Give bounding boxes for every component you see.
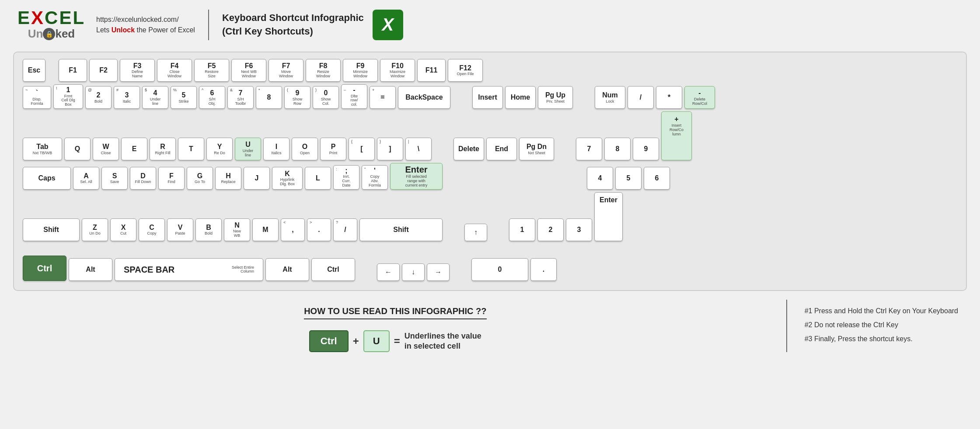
key-ctrl-right: Ctrl — [311, 258, 355, 281]
how-to-demo: Ctrl + U = Underlines the valuein select… — [26, 330, 764, 352]
key-w: W Close — [93, 138, 119, 160]
key-f1: F1 — [59, 59, 87, 82]
key-h: H Replace — [215, 167, 241, 190]
key-lbracket: { [ — [349, 138, 375, 160]
number-row: ~ ` Disp.Formla ! 1 FrmtCell DlgBox @ 2 … — [23, 84, 957, 109]
key-z: Z Un Do — [82, 218, 108, 241]
lock-icon: 🔒 — [43, 28, 55, 40]
key-home: Home — [505, 86, 536, 109]
key-pgdn: Pg Dn Nxt Sheet — [519, 138, 554, 160]
key-f10: F10 MaxmizeWindow — [380, 59, 415, 82]
asdf-row: Caps A Sel. All S Save D Fill Down F Fin… — [23, 163, 957, 190]
bottom-section: HOW TO USE READ THIS INFOGRAPHIC ?? Ctrl… — [9, 300, 971, 359]
key-0: ) 0 ShowCol. — [313, 86, 339, 109]
key-np-3: 3 — [566, 218, 592, 241]
header-divider — [208, 10, 209, 40]
key-arrow-right: → — [427, 263, 450, 281]
key-7: & 7 S/HToolbr — [227, 86, 254, 109]
demo-plus: + — [353, 335, 359, 347]
key-1: ! 1 FrmtCell DlgBox — [53, 84, 83, 109]
key-np-mul: * — [656, 86, 682, 109]
key-caps: Caps — [23, 167, 71, 190]
key-a: A Sel. All — [73, 167, 99, 190]
instruction-1: #1 Press and Hold the Ctrl Key on Your K… — [805, 304, 958, 318]
key-alt-left: Alt — [69, 258, 112, 281]
logo-block: EXCEL Un 🔒 ked — [17, 9, 85, 41]
key-np-9: 9 — [633, 138, 659, 160]
key-t: T — [178, 138, 204, 160]
key-np-enter: Enter — [594, 192, 623, 241]
key-f3: F3 DefineName — [120, 59, 155, 82]
key-quote: " ' CopyAbv.Formla — [362, 165, 388, 190]
key-i: I Italics — [263, 138, 289, 160]
key-np-plus: + InsertRow/Column — [661, 111, 692, 160]
key-np-8: 8 — [604, 138, 631, 160]
key-arrow-down: ↓ — [402, 263, 425, 281]
key-p: P Print — [320, 138, 346, 160]
arrow-cluster: ↑ — [464, 224, 487, 241]
key-shift-left: Shift — [23, 218, 80, 241]
key-q: Q — [64, 138, 91, 160]
key-end: End — [486, 138, 517, 160]
key-np-minus: - DeleteRow/Col — [684, 86, 715, 109]
key-f11: F11 — [417, 59, 446, 82]
logo-unlocked: Un 🔒 ked — [28, 27, 75, 41]
key-arrow-up: ↑ — [464, 224, 487, 241]
key-esc: Esc — [23, 59, 45, 82]
demo-ctrl-key: Ctrl — [309, 330, 349, 352]
demo-description: Underlines the valuein selected cell — [405, 331, 481, 352]
key-5: % 5 Strike — [171, 86, 197, 109]
website: https://excelunlocked.com/ — [96, 14, 195, 25]
bottom-divider — [786, 300, 787, 352]
infographic-title: Keyboard Shortcut Infographic (Ctrl Key … — [222, 11, 364, 38]
key-comma: < , — [281, 218, 305, 241]
instructions: #1 Press and Hold the Ctrl Key on Your K… — [796, 300, 967, 350]
key-ctrl-left[interactable]: Ctrl — [23, 256, 66, 281]
qwerty-row: Tab Nxt TB/WB Q W Close E R Right Fill T… — [23, 111, 957, 160]
key-semicolon: : ; Inrt.Curr.Date — [333, 165, 359, 190]
logo-excel: EXCEL — [17, 9, 85, 27]
key-o: O Open — [292, 138, 318, 160]
key-3: # 3 Italic — [114, 86, 140, 109]
key-tab: Tab Nxt TB/WB — [23, 138, 62, 160]
key-backslash: | \ — [405, 138, 432, 160]
key-6: ^ 6 S/HObj. — [199, 86, 225, 109]
key-l: L — [305, 167, 331, 190]
key-9: ( 9 ShowRow — [284, 86, 310, 109]
excel-icon: X — [373, 10, 403, 40]
key-u: U Underline — [235, 138, 261, 160]
instruction-3: #3 Finally, Press the shortcut keys. — [805, 332, 958, 346]
key-period: > . — [307, 218, 331, 241]
key-k: K HyprlinkDlg. Box — [272, 167, 303, 190]
key-np-6: 6 — [644, 167, 670, 190]
key-m: M — [252, 218, 279, 241]
key-f7: F7 MoveWindow — [269, 59, 303, 82]
arrow-lr-row: ← ↓ → — [377, 263, 450, 281]
key-n: N NewWB — [224, 218, 250, 241]
key-pgup: Pg Up Prv. Sheet — [538, 86, 573, 109]
key-r: R Right Fill — [150, 138, 176, 160]
how-to-section: HOW TO USE READ THIS INFOGRAPHIC ?? Ctrl… — [13, 300, 778, 359]
arrow-up-spacer — [377, 244, 400, 261]
key-d: D Fill Down — [130, 167, 156, 190]
key-np-div: / — [628, 86, 654, 109]
key-f6: F6 Next WBWindow — [231, 59, 266, 82]
key-f: F Find — [158, 167, 185, 190]
key-y: Y Re Do — [206, 138, 233, 160]
key-v: V Paste — [167, 218, 193, 241]
key-rbracket: } ] — [377, 138, 403, 160]
arrow-lr-cluster: ← ↓ → — [377, 244, 450, 281]
tagline-area: https://excelunlocked.com/ Lets Unlock t… — [96, 14, 195, 35]
key-numlock: Num Lock — [595, 86, 625, 109]
key-f4: F4 CloseWindow — [157, 59, 192, 82]
key-np-5: 5 — [615, 167, 642, 190]
demo-u-key: U — [363, 330, 390, 352]
key-shift-right: Shift — [359, 218, 443, 241]
key-np-dot: . — [530, 258, 557, 281]
key-arrow-left: ← — [377, 263, 400, 281]
key-delete: Delete — [453, 138, 484, 160]
header: EXCEL Un 🔒 ked https://excelunlocked.com… — [9, 4, 971, 45]
instruction-2: #2 Do not release the Ctrl Key — [805, 318, 958, 332]
tagline: Lets Unlock the Power of Excel — [96, 25, 195, 35]
key-f5: F5 RestoreSize — [194, 59, 229, 82]
